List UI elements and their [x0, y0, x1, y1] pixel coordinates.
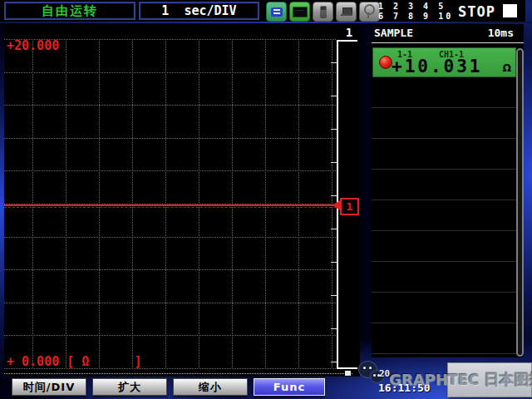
axis-group-label: 1 — [342, 26, 357, 39]
trace-marker-handle[interactable]: 1 — [340, 198, 359, 215]
sample-underline — [372, 42, 524, 43]
run-mode-label: 自由运转 — [42, 3, 98, 19]
axis-bottom-bracket — [337, 367, 357, 369]
key-lock-icon — [359, 2, 380, 22]
upper-range-label: +20.000 — [7, 38, 59, 53]
axis-top-bracket — [337, 40, 357, 42]
device-screen: 自由运转 1 sec/DIV 1 2 3 4 5 6 7 8 9 10 STOP… — [0, 0, 532, 399]
usb-memory-icon — [313, 2, 333, 22]
channel-digits-row2: 6 7 8 9 10 — [378, 12, 453, 21]
zoom-in-button[interactable]: 扩大 — [92, 378, 167, 396]
footer-divider-dotted — [4, 373, 352, 374]
channel-unit: Ω — [503, 62, 511, 74]
trace-cursor-line — [4, 207, 336, 208]
func-button[interactable]: Func — [254, 378, 325, 396]
panel-scrollbar[interactable] — [516, 48, 524, 357]
trace-marker-arrow-icon — [332, 200, 340, 210]
time-div-button[interactable]: 时间/DIV — [12, 378, 86, 396]
timebase-box: 1 sec/DIV — [139, 2, 259, 20]
trace-line — [4, 204, 336, 206]
display-icon — [289, 2, 310, 22]
timebase-label: 1 sec/DIV — [161, 3, 236, 18]
stop-indicator-square — [503, 4, 517, 17]
channel-value: +10.031 — [392, 57, 483, 76]
pc-icon — [336, 2, 357, 22]
zoom-out-button[interactable]: 缩小 — [173, 378, 248, 396]
memory-icon — [266, 2, 287, 22]
run-status-label: STOP — [458, 3, 495, 20]
plot-corner-marker — [345, 371, 351, 376]
sample-row: SAMPLE 10ms — [372, 24, 524, 42]
run-mode-box: 自由运转 — [4, 2, 135, 20]
channel-number-strip: 1 2 3 4 5 6 7 8 9 10 — [378, 2, 455, 22]
record-indicator-icon — [379, 56, 392, 69]
channel-digits-row1: 1 2 3 4 5 — [378, 2, 446, 11]
plot-area[interactable]: +20.000 + 0.000 [ Ω ] 1 1 — [4, 23, 360, 377]
sample-rate-value: 10ms — [488, 27, 514, 39]
channel-card-ch1-1[interactable]: 1-1 CH1-1 +10.031 Ω — [372, 47, 516, 77]
channel-list-panel: SAMPLE 10ms 1-1 CH1-1 +10.031 Ω — [372, 24, 524, 357]
watermark-text: GRAPHTEC 日本图技 — [389, 370, 532, 390]
sample-label: SAMPLE — [374, 27, 413, 39]
lower-range-label: + 0.000 [ Ω ] — [7, 354, 142, 369]
